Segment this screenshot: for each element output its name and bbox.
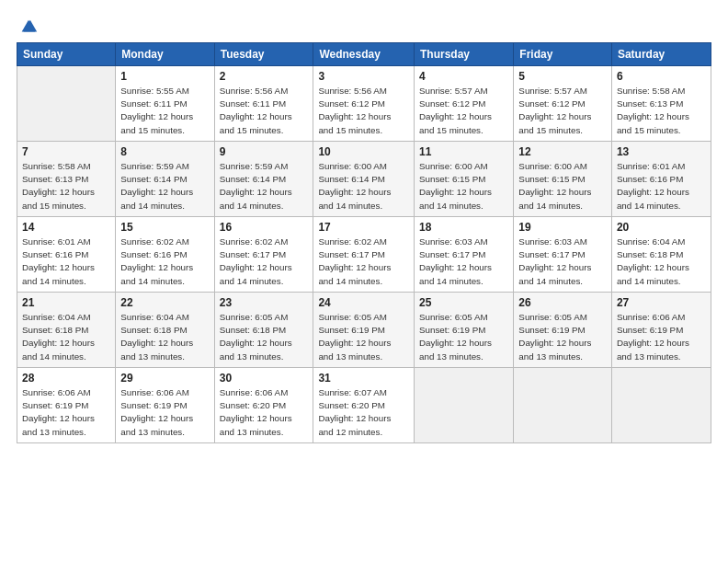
- cell-w1-d5: 12Sunrise: 6:00 AM Sunset: 6:15 PM Dayli…: [514, 142, 612, 217]
- day-number-20: 20: [617, 221, 706, 234]
- day-number-1: 1: [120, 70, 209, 83]
- week-row-1: 7Sunrise: 5:58 AM Sunset: 6:13 PM Daylig…: [17, 142, 711, 217]
- cell-w0-d4: 4Sunrise: 5:57 AM Sunset: 6:12 PM Daylig…: [415, 66, 514, 142]
- cell-w4-d0: 28Sunrise: 6:06 AM Sunset: 6:19 PM Dayli…: [17, 368, 116, 443]
- day-info-30: Sunrise: 6:06 AM Sunset: 6:20 PM Dayligh…: [220, 386, 309, 439]
- day-info-17: Sunrise: 6:02 AM Sunset: 6:17 PM Dayligh…: [318, 236, 409, 288]
- day-info-12: Sunrise: 6:00 AM Sunset: 6:15 PM Dayligh…: [518, 160, 607, 213]
- day-info-13: Sunrise: 6:01 AM Sunset: 6:16 PM Dayligh…: [617, 160, 706, 213]
- header-saturday: Saturday: [611, 43, 711, 66]
- day-info-6: Sunrise: 5:58 AM Sunset: 6:13 PM Dayligh…: [617, 85, 706, 137]
- day-info-25: Sunrise: 6:05 AM Sunset: 6:19 PM Dayligh…: [419, 311, 508, 363]
- day-number-3: 3: [318, 70, 409, 83]
- day-number-6: 6: [617, 70, 706, 83]
- day-number-23: 23: [220, 296, 309, 309]
- header-friday: Friday: [514, 43, 612, 66]
- cell-w2-d6: 20Sunrise: 6:04 AM Sunset: 6:18 PM Dayli…: [611, 217, 711, 293]
- day-info-3: Sunrise: 5:56 AM Sunset: 6:12 PM Dayligh…: [318, 85, 409, 137]
- day-number-25: 25: [419, 296, 508, 309]
- day-number-11: 11: [419, 145, 508, 158]
- cell-w4-d3: 31Sunrise: 6:07 AM Sunset: 6:20 PM Dayli…: [313, 368, 415, 443]
- day-info-2: Sunrise: 5:56 AM Sunset: 6:11 PM Dayligh…: [220, 85, 309, 137]
- cell-w2-d3: 17Sunrise: 6:02 AM Sunset: 6:17 PM Dayli…: [313, 217, 415, 293]
- day-info-31: Sunrise: 6:07 AM Sunset: 6:20 PM Dayligh…: [318, 386, 409, 439]
- day-info-18: Sunrise: 6:03 AM Sunset: 6:17 PM Dayligh…: [419, 236, 508, 288]
- day-info-7: Sunrise: 5:58 AM Sunset: 6:13 PM Dayligh…: [22, 160, 110, 213]
- day-info-21: Sunrise: 6:04 AM Sunset: 6:18 PM Dayligh…: [22, 311, 110, 363]
- cell-w1-d0: 7Sunrise: 5:58 AM Sunset: 6:13 PM Daylig…: [17, 142, 116, 217]
- cell-w0-d3: 3Sunrise: 5:56 AM Sunset: 6:12 PM Daylig…: [313, 66, 415, 142]
- day-info-4: Sunrise: 5:57 AM Sunset: 6:12 PM Dayligh…: [419, 85, 508, 137]
- day-info-1: Sunrise: 5:55 AM Sunset: 6:11 PM Dayligh…: [120, 85, 209, 137]
- calendar-table: Sunday Monday Tuesday Wednesday Thursday…: [17, 42, 711, 443]
- day-info-26: Sunrise: 6:05 AM Sunset: 6:19 PM Dayligh…: [518, 311, 607, 363]
- logo: [17, 17, 39, 33]
- week-row-3: 21Sunrise: 6:04 AM Sunset: 6:18 PM Dayli…: [17, 293, 711, 368]
- weekday-header-row: Sunday Monday Tuesday Wednesday Thursday…: [17, 43, 711, 66]
- day-info-29: Sunrise: 6:06 AM Sunset: 6:19 PM Dayligh…: [120, 386, 209, 439]
- day-number-31: 31: [318, 372, 409, 385]
- header-thursday: Thursday: [415, 43, 514, 66]
- cell-w2-d1: 15Sunrise: 6:02 AM Sunset: 6:16 PM Dayli…: [116, 217, 214, 293]
- day-info-16: Sunrise: 6:02 AM Sunset: 6:17 PM Dayligh…: [220, 236, 309, 288]
- day-info-20: Sunrise: 6:04 AM Sunset: 6:18 PM Dayligh…: [617, 236, 706, 288]
- day-number-18: 18: [419, 221, 508, 234]
- day-number-12: 12: [518, 145, 607, 158]
- cell-w0-d2: 2Sunrise: 5:56 AM Sunset: 6:11 PM Daylig…: [214, 66, 313, 142]
- cell-w4-d6: [611, 368, 711, 443]
- day-number-21: 21: [22, 296, 110, 309]
- cell-w3-d1: 22Sunrise: 6:04 AM Sunset: 6:18 PM Dayli…: [116, 293, 214, 368]
- cell-w3-d0: 21Sunrise: 6:04 AM Sunset: 6:18 PM Dayli…: [17, 293, 116, 368]
- cell-w4-d1: 29Sunrise: 6:06 AM Sunset: 6:19 PM Dayli…: [116, 368, 214, 443]
- week-row-4: 28Sunrise: 6:06 AM Sunset: 6:19 PM Dayli…: [17, 368, 711, 443]
- day-number-5: 5: [518, 70, 607, 83]
- cell-w0-d0: [17, 66, 116, 142]
- day-number-4: 4: [419, 70, 508, 83]
- day-number-10: 10: [318, 145, 409, 158]
- day-number-8: 8: [120, 145, 209, 158]
- cell-w1-d1: 8Sunrise: 5:59 AM Sunset: 6:14 PM Daylig…: [116, 142, 214, 217]
- day-info-28: Sunrise: 6:06 AM Sunset: 6:19 PM Dayligh…: [22, 386, 110, 439]
- page: Sunday Monday Tuesday Wednesday Thursday…: [0, 0, 728, 563]
- cell-w1-d4: 11Sunrise: 6:00 AM Sunset: 6:15 PM Dayli…: [415, 142, 514, 217]
- day-number-14: 14: [22, 221, 110, 234]
- day-number-7: 7: [22, 145, 110, 158]
- cell-w3-d6: 27Sunrise: 6:06 AM Sunset: 6:19 PM Dayli…: [611, 293, 711, 368]
- cell-w3-d4: 25Sunrise: 6:05 AM Sunset: 6:19 PM Dayli…: [415, 293, 514, 368]
- day-info-14: Sunrise: 6:01 AM Sunset: 6:16 PM Dayligh…: [22, 236, 110, 288]
- cell-w2-d4: 18Sunrise: 6:03 AM Sunset: 6:17 PM Dayli…: [415, 217, 514, 293]
- day-info-11: Sunrise: 6:00 AM Sunset: 6:15 PM Dayligh…: [419, 160, 508, 213]
- day-number-28: 28: [22, 372, 110, 385]
- day-number-9: 9: [220, 145, 309, 158]
- day-info-23: Sunrise: 6:05 AM Sunset: 6:18 PM Dayligh…: [220, 311, 309, 363]
- day-number-24: 24: [318, 296, 409, 309]
- cell-w1-d2: 9Sunrise: 5:59 AM Sunset: 6:14 PM Daylig…: [214, 142, 313, 217]
- day-info-27: Sunrise: 6:06 AM Sunset: 6:19 PM Dayligh…: [617, 311, 706, 363]
- cell-w4-d5: [514, 368, 612, 443]
- logo-icon: [18, 17, 39, 37]
- day-number-30: 30: [220, 372, 309, 385]
- week-row-0: 1Sunrise: 5:55 AM Sunset: 6:11 PM Daylig…: [17, 66, 711, 142]
- day-info-9: Sunrise: 5:59 AM Sunset: 6:14 PM Dayligh…: [220, 160, 309, 213]
- header-monday: Monday: [116, 43, 214, 66]
- day-info-8: Sunrise: 5:59 AM Sunset: 6:14 PM Dayligh…: [120, 160, 209, 213]
- day-info-24: Sunrise: 6:05 AM Sunset: 6:19 PM Dayligh…: [318, 311, 409, 363]
- day-info-15: Sunrise: 6:02 AM Sunset: 6:16 PM Dayligh…: [120, 236, 209, 288]
- day-number-13: 13: [617, 145, 706, 158]
- cell-w3-d2: 23Sunrise: 6:05 AM Sunset: 6:18 PM Dayli…: [214, 293, 313, 368]
- day-number-17: 17: [318, 221, 409, 234]
- cell-w3-d5: 26Sunrise: 6:05 AM Sunset: 6:19 PM Dayli…: [514, 293, 612, 368]
- cell-w3-d3: 24Sunrise: 6:05 AM Sunset: 6:19 PM Dayli…: [313, 293, 415, 368]
- header-wednesday: Wednesday: [313, 43, 415, 66]
- header: [17, 17, 711, 33]
- cell-w4-d4: [415, 368, 514, 443]
- day-info-5: Sunrise: 5:57 AM Sunset: 6:12 PM Dayligh…: [518, 85, 607, 137]
- day-info-22: Sunrise: 6:04 AM Sunset: 6:18 PM Dayligh…: [120, 311, 209, 363]
- day-info-10: Sunrise: 6:00 AM Sunset: 6:14 PM Dayligh…: [318, 160, 409, 213]
- cell-w0-d1: 1Sunrise: 5:55 AM Sunset: 6:11 PM Daylig…: [116, 66, 214, 142]
- cell-w1-d3: 10Sunrise: 6:00 AM Sunset: 6:14 PM Dayli…: [313, 142, 415, 217]
- day-number-29: 29: [120, 372, 209, 385]
- day-number-19: 19: [518, 221, 607, 234]
- header-sunday: Sunday: [17, 43, 116, 66]
- day-number-15: 15: [120, 221, 209, 234]
